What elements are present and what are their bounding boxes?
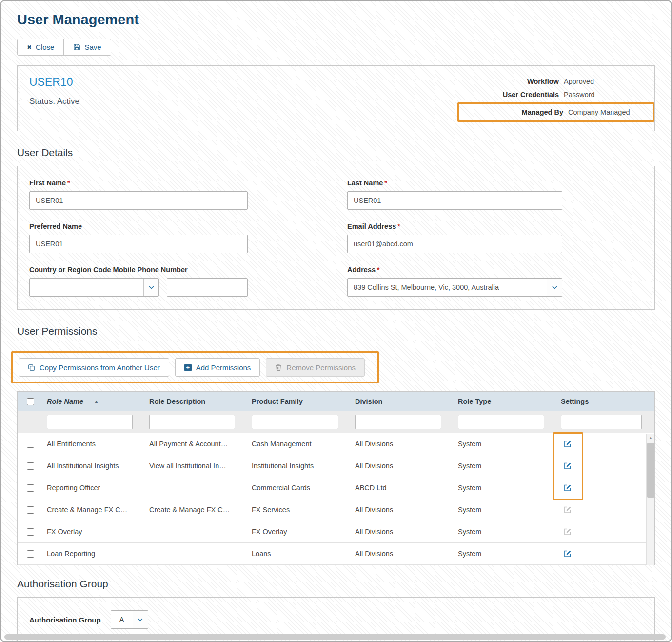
- edit-settings-icon[interactable]: [564, 484, 572, 492]
- last-name-field[interactable]: [347, 191, 562, 210]
- first-name-field-group: First Name*: [29, 179, 248, 210]
- table-row: Reporting Officer Commercial Cards ABCD …: [18, 477, 654, 499]
- close-button[interactable]: ✖ Close: [18, 39, 63, 55]
- scrollbar-up-arrow-icon[interactable]: ▲: [647, 434, 654, 442]
- column-header-role-description[interactable]: Role Description: [145, 398, 248, 405]
- first-name-label-text: First Name: [29, 179, 66, 187]
- cell-role-type: System: [454, 462, 557, 470]
- column-header-role-name[interactable]: Role Name ▲: [43, 398, 145, 405]
- table-row: All Institutional Insights View all Inst…: [18, 455, 654, 477]
- cell-settings: [557, 462, 654, 470]
- country-code-dropdown-button[interactable]: [143, 279, 158, 296]
- add-permissions-label: Add Permissions: [196, 363, 251, 372]
- column-header-product-family[interactable]: Product Family: [248, 398, 351, 405]
- managed-by-value: Company Managed: [568, 108, 647, 116]
- add-permissions-button[interactable]: + Add Permissions: [175, 358, 260, 377]
- select-all-checkbox[interactable]: [27, 398, 34, 405]
- email-label-text: Email Address: [347, 222, 396, 230]
- user-details-panel: First Name* Last Name* Preferred Name Em…: [17, 166, 655, 310]
- cell-role-description: All Payment & Account…: [145, 440, 248, 448]
- address-select[interactable]: 839 Collins St, Melbourne, Vic, 3000, Au…: [347, 278, 562, 297]
- cell-product-family: FX Overlay: [248, 528, 351, 536]
- first-name-field[interactable]: [29, 191, 248, 210]
- country-code-select[interactable]: [29, 278, 159, 297]
- cell-role-name: FX Overlay: [43, 528, 145, 536]
- horizontal-scrollbar[interactable]: [4, 634, 666, 640]
- copy-permissions-button[interactable]: Copy Permissions from Another User: [19, 358, 169, 377]
- row-select-checkbox[interactable]: [27, 484, 34, 492]
- filter-input-division[interactable]: [355, 415, 441, 429]
- column-header-settings: Settings: [557, 398, 654, 405]
- filter-input-product-family[interactable]: [252, 415, 338, 429]
- row-select-checkbox[interactable]: [27, 462, 34, 470]
- user-summary-left: USER10 Status: Active: [29, 76, 79, 123]
- table-filter-row: [18, 411, 654, 433]
- required-asterisk: *: [67, 179, 70, 187]
- mobile-phone-field[interactable]: [167, 278, 248, 297]
- scrollbar-thumb[interactable]: [647, 443, 654, 498]
- cell-role-type: System: [454, 484, 557, 492]
- email-field-group: Email Address*: [347, 222, 562, 253]
- authorisation-group-dropdown-button[interactable]: [133, 611, 148, 628]
- required-asterisk: *: [397, 222, 400, 230]
- preferred-name-label-text: Preferred Name: [29, 222, 82, 230]
- cell-division: All Divisions: [351, 528, 454, 536]
- managed-by-label: Managed By: [465, 108, 563, 116]
- edit-settings-icon[interactable]: [564, 550, 572, 558]
- authorisation-group-label: Authorisation Group: [29, 616, 101, 624]
- column-header-role-type[interactable]: Role Type: [454, 398, 557, 405]
- last-name-label-text: Last Name: [347, 179, 383, 187]
- preferred-name-field[interactable]: [29, 235, 248, 253]
- close-button-label: Close: [36, 43, 54, 51]
- filter-input-role-description[interactable]: [149, 415, 235, 429]
- credentials-value: Password: [564, 91, 643, 99]
- address-field-group: Address* 839 Collins St, Melbourne, Vic,…: [347, 266, 562, 297]
- phone-controls: [29, 278, 248, 297]
- cell-product-family: Loans: [248, 550, 351, 558]
- permissions-table: Role Name ▲ Role Description Product Fam…: [17, 391, 655, 565]
- filter-input-role-name[interactable]: [47, 415, 133, 429]
- cell-role-name: Create & Manage FX C…: [43, 506, 145, 514]
- row-select-checkbox[interactable]: [27, 550, 34, 558]
- cell-role-name: All Institutional Insights: [43, 462, 145, 470]
- column-header-division[interactable]: Division: [351, 398, 454, 405]
- phone-label: Country or Region Code Mobile Phone Numb…: [29, 266, 248, 274]
- vertical-scrollbar[interactable]: ▲: [646, 434, 654, 565]
- cell-product-family: Commercial Cards: [248, 484, 351, 492]
- cell-settings: [557, 550, 654, 558]
- cell-role-description: View all Institutional In…: [145, 462, 248, 470]
- phone-label-text: Country or Region Code Mobile Phone Numb…: [29, 266, 188, 274]
- edit-settings-icon[interactable]: [564, 462, 572, 470]
- edit-settings-icon[interactable]: [564, 440, 572, 448]
- cell-role-name: Reporting Officer: [43, 484, 145, 492]
- last-name-field-group: Last Name*: [347, 179, 562, 210]
- email-field[interactable]: [347, 235, 562, 253]
- row-select-checkbox[interactable]: [27, 528, 34, 536]
- cell-division: All Divisions: [351, 440, 454, 448]
- cell-settings: [557, 528, 654, 536]
- user-id-link[interactable]: USER10: [29, 76, 79, 89]
- row-select-checkbox[interactable]: [27, 441, 34, 448]
- phone-field-group: Country or Region Code Mobile Phone Numb…: [29, 266, 248, 297]
- row-select-checkbox[interactable]: [27, 506, 34, 514]
- cell-settings: [557, 506, 654, 514]
- filter-input-settings[interactable]: [561, 415, 642, 429]
- user-summary-panel: USER10 Status: Active Workflow Approved …: [17, 65, 655, 131]
- cell-division: All Divisions: [351, 550, 454, 558]
- user-management-page: User Management ✖ Close Save USER10 Stat…: [0, 0, 672, 642]
- address-label-text: Address: [347, 266, 376, 274]
- filter-input-role-type[interactable]: [458, 415, 544, 429]
- copy-icon: [28, 364, 35, 371]
- save-button[interactable]: Save: [63, 39, 110, 55]
- plus-icon: +: [184, 364, 192, 371]
- authorisation-group-select[interactable]: A: [111, 610, 148, 629]
- user-permissions-heading: User Permissions: [17, 325, 655, 337]
- address-dropdown-button[interactable]: [547, 279, 562, 296]
- authorisation-group-value: A: [111, 611, 133, 628]
- address-value: 839 Collins St, Melbourne, Vic, 3000, Au…: [348, 279, 547, 296]
- workflow-value: Approved: [564, 78, 643, 85]
- save-button-label: Save: [84, 43, 101, 51]
- cell-role-description: Create & Manage FX C…: [145, 506, 248, 514]
- table-row: Create & Manage FX C… Create & Manage FX…: [18, 499, 654, 521]
- copy-permissions-label: Copy Permissions from Another User: [40, 363, 160, 372]
